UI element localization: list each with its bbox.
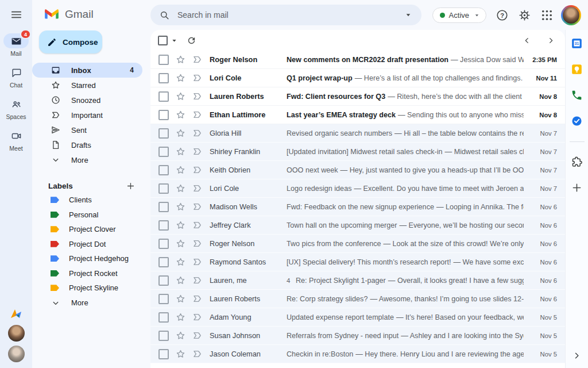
search-bar[interactable] xyxy=(150,5,421,25)
star-icon[interactable] xyxy=(175,293,186,304)
side-panel-app-calendar[interactable]: 31 xyxy=(571,37,583,49)
email-checkbox[interactable] xyxy=(158,239,169,249)
labels-more[interactable]: More xyxy=(32,296,142,310)
important-marker-icon[interactable] xyxy=(192,91,203,102)
sidebar-item-more[interactable]: More xyxy=(32,152,142,167)
refresh-icon[interactable] xyxy=(187,36,196,45)
important-marker-icon[interactable] xyxy=(192,275,203,286)
settings-icon[interactable] xyxy=(518,9,531,22)
sidebar-item-starred[interactable]: Starred xyxy=(32,78,142,93)
email-row-lori-cole[interactable]: Lori Cole Q1 project wrap-up— Here’s a l… xyxy=(150,69,565,87)
sidebar-item-important[interactable]: Important xyxy=(32,108,142,122)
important-marker-icon[interactable] xyxy=(192,312,203,323)
star-icon[interactable] xyxy=(175,109,186,120)
email-checkbox[interactable] xyxy=(158,183,169,194)
main-menu-icon[interactable] xyxy=(10,8,23,21)
email-checkbox[interactable] xyxy=(158,91,169,102)
email-row-jeffrey-clark[interactable]: Jeffrey Clark Town hall on the upcoming … xyxy=(150,216,565,235)
email-checkbox[interactable] xyxy=(158,349,169,359)
rail-item-spaces[interactable]: Spaces xyxy=(3,97,29,120)
star-icon[interactable] xyxy=(175,201,186,212)
side-panel-app-voice[interactable] xyxy=(571,89,583,101)
important-marker-icon[interactable] xyxy=(192,330,203,341)
side-panel-app-extensions[interactable] xyxy=(571,156,583,168)
important-marker-icon[interactable] xyxy=(192,146,203,157)
star-icon[interactable] xyxy=(175,128,186,139)
email-row-lauren-me[interactable]: Lauren, me 4 Re: Project Skylight 1-page… xyxy=(150,271,565,290)
email-row-jason-coleman[interactable]: Jason Coleman Checkin in re:Boston— Hey … xyxy=(150,345,565,363)
label-item-project-skyline[interactable]: Project Skyline xyxy=(32,281,150,296)
contact-avatar[interactable] xyxy=(8,346,25,362)
star-icon[interactable] xyxy=(175,275,186,286)
label-item-clients[interactable]: Clients xyxy=(32,193,150,208)
search-icon[interactable] xyxy=(159,10,170,21)
email-checkbox[interactable] xyxy=(158,128,169,139)
email-checkbox[interactable] xyxy=(158,275,169,286)
side-panel-app-tasks[interactable] xyxy=(571,115,583,127)
profile-avatar[interactable] xyxy=(561,5,581,25)
star-icon[interactable] xyxy=(175,91,186,102)
rail-item-mail[interactable]: 4 Mail xyxy=(3,33,29,57)
search-options-icon[interactable] xyxy=(404,10,413,20)
sidebar-item-sent[interactable]: Sent xyxy=(32,122,142,137)
email-row-madison-wells[interactable]: Madison Wells Fwd: Feedback on the new s… xyxy=(150,198,565,216)
select-all-checkbox[interactable] xyxy=(158,36,168,45)
star-icon[interactable] xyxy=(175,256,186,267)
side-panel-app-add[interactable] xyxy=(571,182,583,194)
star-icon[interactable] xyxy=(175,238,186,249)
older-page-icon[interactable] xyxy=(546,36,556,45)
email-row-keith-obrien[interactable]: Keith Obrien OOO next week— Hey, just wa… xyxy=(150,161,565,179)
sidebar-item-inbox[interactable]: Inbox 4 xyxy=(32,63,142,78)
important-marker-icon[interactable] xyxy=(192,256,203,267)
email-checkbox[interactable] xyxy=(158,294,169,304)
email-checkbox[interactable] xyxy=(158,220,169,231)
star-icon[interactable] xyxy=(175,146,186,157)
star-icon[interactable] xyxy=(175,330,186,341)
email-row-roger-nelson[interactable]: Roger Nelson Two pics from the conferenc… xyxy=(150,235,565,253)
star-icon[interactable] xyxy=(175,164,186,175)
important-marker-icon[interactable] xyxy=(192,220,203,231)
email-row-gloria-hill[interactable]: Gloria Hill Revised organic search numbe… xyxy=(150,124,565,143)
important-marker-icon[interactable] xyxy=(192,72,203,83)
important-marker-icon[interactable] xyxy=(192,183,203,194)
email-row-susan-johnson[interactable]: Susan Johnson Referrals from Sydney - ne… xyxy=(150,327,565,345)
google-apps-icon[interactable] xyxy=(540,9,554,22)
select-options-icon[interactable] xyxy=(170,36,179,45)
star-icon[interactable] xyxy=(175,72,186,83)
email-row-lori-cole[interactable]: Lori Cole Logo redesign ideas— Excellent… xyxy=(150,179,565,198)
email-checkbox[interactable] xyxy=(158,73,169,83)
important-marker-icon[interactable] xyxy=(192,164,203,175)
star-icon[interactable] xyxy=(175,348,186,359)
status-selector[interactable]: Active xyxy=(432,7,486,23)
email-checkbox[interactable] xyxy=(158,331,169,341)
contact-avatar[interactable] xyxy=(8,325,25,342)
important-marker-icon[interactable] xyxy=(192,293,203,304)
important-marker-icon[interactable] xyxy=(192,238,203,249)
email-checkbox[interactable] xyxy=(158,202,169,212)
important-marker-icon[interactable] xyxy=(192,201,203,212)
important-marker-icon[interactable] xyxy=(192,54,203,65)
email-row-lauren-roberts[interactable]: Lauren Roberts Fwd: Client resources for… xyxy=(150,87,565,106)
star-icon[interactable] xyxy=(175,54,186,65)
email-checkbox[interactable] xyxy=(158,165,169,175)
rail-item-chat[interactable]: Chat xyxy=(3,65,29,89)
search-input[interactable] xyxy=(176,10,397,20)
email-checkbox[interactable] xyxy=(158,147,169,157)
sidebar-item-drafts[interactable]: Drafts xyxy=(32,137,142,152)
label-item-project-rocket[interactable]: Project Rocket xyxy=(32,266,150,281)
label-item-project-hedgehog[interactable]: Project Hedgehog xyxy=(32,251,150,266)
label-item-personal[interactable]: Personal xyxy=(32,208,150,223)
email-row-adam-young[interactable]: Adam Young Updated expense report templa… xyxy=(150,308,565,327)
email-row-lauren-roberts[interactable]: Lauren Roberts Re: Corp strategy slides?… xyxy=(150,290,565,308)
email-row-ethan-lattimore[interactable]: Ethan Lattimore Last year’s EMEA strateg… xyxy=(150,106,565,124)
show-side-panel-icon[interactable] xyxy=(571,350,582,361)
label-item-project-dot[interactable]: Project Dot xyxy=(32,237,150,252)
important-marker-icon[interactable] xyxy=(192,128,203,139)
star-icon[interactable] xyxy=(175,183,186,194)
star-icon[interactable] xyxy=(175,220,186,231)
email-checkbox[interactable] xyxy=(158,110,169,120)
newer-page-icon[interactable] xyxy=(522,36,532,45)
email-checkbox[interactable] xyxy=(158,257,169,267)
sidebar-item-snoozed[interactable]: Snoozed xyxy=(32,93,142,108)
important-marker-icon[interactable] xyxy=(192,348,203,359)
